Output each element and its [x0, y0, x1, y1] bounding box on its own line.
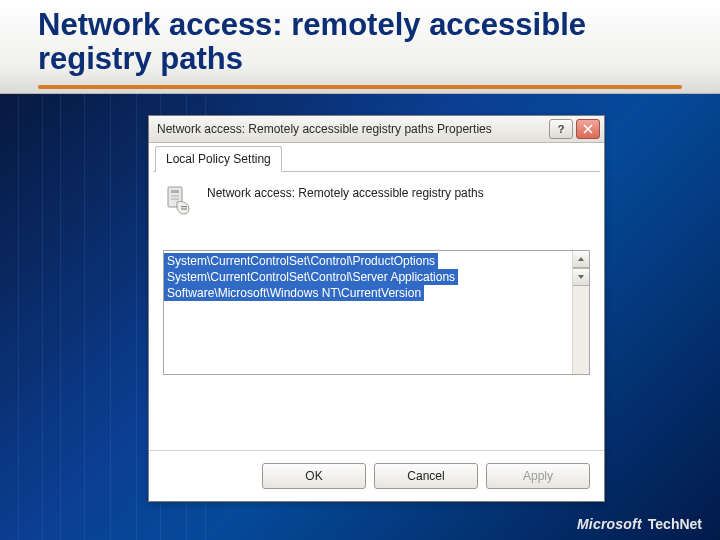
list-item[interactable]: Software\Microsoft\Windows NT\CurrentVer… — [164, 285, 424, 301]
title-underline — [38, 85, 682, 89]
dialog-body: Network access: Remotely accessible regi… — [149, 172, 604, 465]
chevron-down-icon — [577, 273, 585, 281]
registry-paths-listbox[interactable]: System\CurrentControlSet\Control\Product… — [163, 250, 590, 375]
svg-rect-3 — [171, 198, 179, 200]
microsoft-logo-text: Microsoft — [577, 516, 642, 532]
help-button[interactable]: ? — [549, 119, 573, 139]
apply-button-label: Apply — [523, 469, 553, 483]
cancel-button-label: Cancel — [407, 469, 444, 483]
window-controls: ? — [549, 119, 600, 139]
scroll-down-button[interactable] — [573, 268, 589, 286]
policy-icon — [163, 184, 195, 216]
ok-button[interactable]: OK — [262, 463, 366, 489]
policy-header-row: Network access: Remotely accessible regi… — [163, 184, 590, 216]
tab-strip: Local Policy Setting — [153, 147, 600, 172]
cancel-button[interactable]: Cancel — [374, 463, 478, 489]
slide-title: Network access: remotely accessible regi… — [38, 8, 682, 76]
svg-rect-1 — [171, 190, 179, 193]
tab-local-policy-setting[interactable]: Local Policy Setting — [155, 146, 282, 172]
tab-label: Local Policy Setting — [166, 152, 271, 166]
vertical-scrollbar[interactable] — [572, 251, 589, 374]
svg-rect-4 — [181, 206, 187, 207]
footer-branding: Microsoft TechNet — [577, 516, 702, 532]
slide-title-area: Network access: remotely accessible regi… — [0, 0, 720, 94]
close-button[interactable] — [576, 119, 600, 139]
dialog-title: Network access: Remotely accessible regi… — [157, 122, 492, 136]
slide: Network access: remotely accessible regi… — [0, 0, 720, 540]
svg-rect-5 — [181, 208, 187, 209]
apply-button[interactable]: Apply — [486, 463, 590, 489]
dialog-titlebar[interactable]: Network access: Remotely accessible regi… — [149, 116, 604, 143]
policy-label: Network access: Remotely accessible regi… — [207, 186, 484, 200]
close-icon — [583, 124, 593, 134]
properties-dialog: Network access: Remotely accessible regi… — [148, 115, 605, 502]
technet-logo-text: TechNet — [648, 516, 702, 532]
listbox-items: System\CurrentControlSet\Control\Product… — [164, 251, 572, 374]
scroll-up-button[interactable] — [573, 251, 589, 268]
chevron-up-icon — [577, 255, 585, 263]
ok-button-label: OK — [305, 469, 322, 483]
help-icon: ? — [558, 121, 565, 137]
dialog-button-row: OK Cancel Apply — [149, 450, 604, 501]
svg-rect-2 — [171, 195, 179, 197]
